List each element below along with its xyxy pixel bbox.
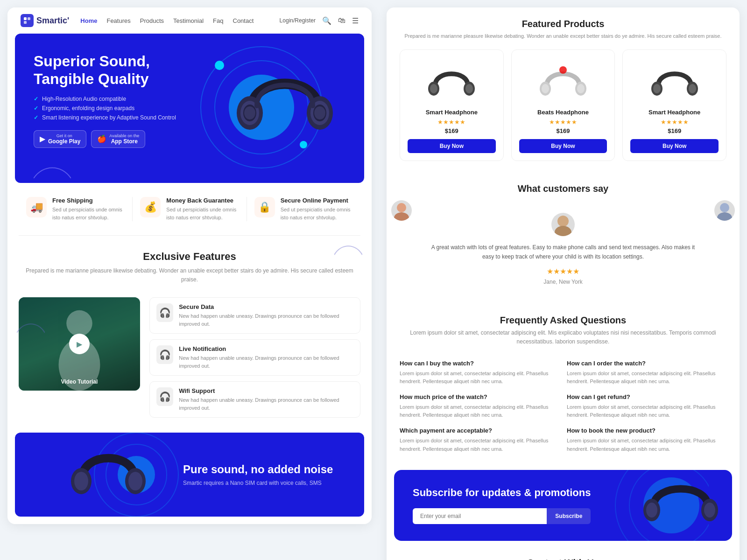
feature-notif-desc: New had happen unable uneasy. Drawings p… xyxy=(179,354,353,370)
feature-secure-data: 🎧 Secure Data New had happen unable unea… xyxy=(149,297,360,334)
product-card-2: Beats Headphone ★★★★★ $169 Buy Now xyxy=(511,49,615,161)
testimonials-section: What customers say A great watch with lo… xyxy=(387,172,740,306)
product-stars-2: ★★★★★ xyxy=(519,119,607,126)
menu-icon[interactable]: ☰ xyxy=(352,16,359,25)
contact-title: Contact With Us xyxy=(400,558,726,560)
feature-video: ▶ Video Tutorial xyxy=(19,297,140,391)
payment-icon: 🔒 xyxy=(254,197,275,217)
feature-wifi-desc: New had happen unable uneasy. Drawings p… xyxy=(179,396,353,412)
svg-point-28 xyxy=(465,84,473,93)
nav-products[interactable]: Products xyxy=(140,17,164,24)
features-title: Exclusive Features xyxy=(19,251,360,263)
feature-wifi-support: 🎧 Wifi Support New had happen unable une… xyxy=(149,381,360,418)
svg-point-24 xyxy=(128,472,142,490)
product-buy-2[interactable]: Buy Now xyxy=(519,139,607,153)
testimonial-main-avatar xyxy=(551,213,575,236)
product-stars-1: ★★★★★ xyxy=(408,119,496,126)
hero-feature-1: High-Resolution Audio compatible xyxy=(34,96,192,102)
svg-point-48 xyxy=(646,503,657,518)
subscribe-form: Subscribe xyxy=(413,508,591,524)
faq-item-1: How can I buy the watch? Lorem ipsum dol… xyxy=(400,360,559,386)
subscribe-title: Subscribe for updates & promotions xyxy=(413,487,591,499)
faq-subtitle: Lorem ipsum dolor sit amet, consectetar … xyxy=(400,329,726,346)
benefit-shipping-title: Free Shipping xyxy=(52,197,125,204)
features-section: Exclusive Features Prepared is me marian… xyxy=(7,236,372,433)
svg-point-36 xyxy=(653,84,661,93)
benefit-secure-payment: 🔒 Secure Online Payment Sed ut perspicia… xyxy=(247,197,360,221)
bottom-hero: Pure sound, no added noise Smartic requi… xyxy=(15,433,364,517)
right-panel: Featured Products Prepared is me mariann… xyxy=(387,7,740,560)
apple-icon: 🍎 xyxy=(97,134,106,143)
featured-products-subtitle: Prepared is me marianne pleasure likewis… xyxy=(400,32,726,40)
faq-item-6: How to book the new product? Lorem ipsum… xyxy=(567,427,726,453)
svg-point-43 xyxy=(555,226,571,236)
product-img-1 xyxy=(408,57,496,104)
product-img-2 xyxy=(519,57,607,104)
testimonial-review: A great watch with lots of great feature… xyxy=(428,243,698,262)
faq-a6: Lorem ipsum dolor sit amet, consectetar … xyxy=(567,437,726,453)
subscribe-headphone xyxy=(643,470,718,541)
nav-right: Login/Register 🔍 🛍 ☰ xyxy=(280,16,359,25)
search-icon[interactable]: 🔍 xyxy=(322,16,331,25)
nav-features[interactable]: Features xyxy=(106,17,130,24)
svg-point-39 xyxy=(394,212,409,221)
bottom-hero-title: Pure sound, no added noise xyxy=(183,463,333,476)
faq-title: Frequently Asked Questions xyxy=(400,315,726,326)
subscribe-button[interactable]: Subscribe xyxy=(547,508,591,524)
svg-rect-2 xyxy=(24,21,27,24)
deco-curve-left xyxy=(17,319,45,337)
nav-login[interactable]: Login/Register xyxy=(280,17,316,24)
faq-a4: Lorem ipsum dolor sit amet, consectetar … xyxy=(567,403,726,420)
svg-rect-0 xyxy=(24,17,27,20)
product-headphone-2 xyxy=(540,60,586,102)
product-name-2: Beats Headphone xyxy=(519,109,607,116)
google-play-icon: ▶ xyxy=(40,134,45,143)
faq-q6: How to book the new product? xyxy=(567,427,726,434)
navbar: Smartic' Home Features Products Testimon… xyxy=(7,7,372,34)
product-stars-3: ★★★★★ xyxy=(630,119,719,126)
product-buy-3[interactable]: Buy Now xyxy=(630,139,719,153)
google-play-button[interactable]: ▶ Get it on Google Play xyxy=(34,130,86,148)
app-store-button[interactable]: 🍎 Available on the App Store xyxy=(91,130,145,148)
faq-a5: Lorem ipsum dolor sit amet, consectetar … xyxy=(400,437,559,453)
nav-links: Home Features Products Testimonial Faq C… xyxy=(80,16,268,25)
svg-point-15 xyxy=(314,106,325,119)
faq-q4: How can I get refund? xyxy=(567,393,726,400)
cart-icon[interactable]: 🛍 xyxy=(338,16,345,25)
faq-q2: How can I order the watch? xyxy=(567,360,726,367)
feature-secure-desc: New had happen unable uneasy. Drawings p… xyxy=(179,312,353,328)
svg-point-50 xyxy=(704,503,715,518)
nav-contact[interactable]: Contact xyxy=(233,17,254,24)
faq-q3: How much price of the watch? xyxy=(400,393,559,400)
testimonial-stars: ★★★★★ xyxy=(428,267,698,276)
features-subtitle: Prepared is me marianne pleasure likewis… xyxy=(19,266,360,284)
brand-logo[interactable]: Smartic' xyxy=(21,14,69,27)
product-buy-1[interactable]: Buy Now xyxy=(408,139,496,153)
svg-point-38 xyxy=(397,203,406,212)
nav-faq[interactable]: Faq xyxy=(213,17,223,24)
benefit-money-back: 💰 Money Back Guarantee Sed ut perspiciat… xyxy=(133,197,247,221)
faq-a3: Lorem ipsum dolor sit amet, consectetar … xyxy=(400,403,559,420)
benefit-free-shipping: 🚚 Free Shipping Sed ut perspiciatis unde… xyxy=(19,197,133,221)
subscribe-email-input[interactable] xyxy=(413,508,547,524)
nav-home[interactable]: Home xyxy=(80,17,97,24)
bottom-hero-content: Pure sound, no added noise Smartic requi… xyxy=(183,463,333,486)
hero-feature-3: Smart listening experience by Adaptive S… xyxy=(34,114,192,121)
hero-feature-2: Ergonomic, enfolding design earpads xyxy=(34,105,192,112)
video-person xyxy=(19,297,140,391)
product-headphone-1 xyxy=(428,60,475,102)
faq-section: Frequently Asked Questions Lorem ipsum d… xyxy=(387,306,740,462)
product-headphone-3 xyxy=(651,60,698,102)
nav-testimonial[interactable]: Testimonial xyxy=(173,17,204,24)
product-price-2: $169 xyxy=(519,127,607,134)
bottom-hero-desc: Smartic requires a Nano SIM card with vo… xyxy=(183,480,333,486)
hero-headphone xyxy=(215,34,355,183)
svg-point-37 xyxy=(689,84,696,93)
contact-section: Contact With Us Lorem ipsum dolor sit am… xyxy=(387,548,740,560)
testimonial-avatar-left xyxy=(391,200,412,221)
faq-grid: How can I buy the watch? Lorem ipsum dol… xyxy=(400,360,726,454)
benefit-money-desc: Sed ut perspiciatis unde omnis isto natu… xyxy=(166,206,239,221)
subscribe-content: Subscribe for updates & promotions Subsc… xyxy=(413,487,591,524)
product-name-3: Smart Headphone xyxy=(630,109,719,116)
faq-item-5: Which payment are acceptable? Lorem ipsu… xyxy=(400,427,559,453)
